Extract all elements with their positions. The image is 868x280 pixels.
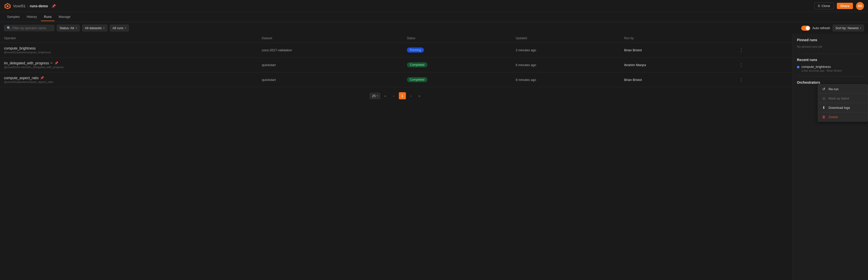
breadcrumb-separator: › bbox=[27, 4, 28, 8]
right-sidebar: Pinned runs No pinned runs yet Recent ru… bbox=[793, 34, 868, 280]
prev-page-button[interactable]: ‹ bbox=[390, 92, 397, 99]
edit-icon: ✏ bbox=[51, 61, 53, 65]
clone-button[interactable]: ⎘ Clone bbox=[814, 2, 834, 9]
context-menu-delete[interactable]: 🗑 Delete bbox=[818, 112, 868, 121]
col-header-run-by: Run by bbox=[620, 34, 733, 43]
header-actions: ⎘ Clone Share BB bbox=[814, 2, 864, 10]
nav-tabs: Samples History Runs Manage bbox=[0, 12, 868, 22]
status-cell: Completed bbox=[403, 73, 512, 87]
table-row: compute_aspect_ratio 📌 @voxel51/panels/c… bbox=[0, 73, 793, 87]
tab-runs[interactable]: Runs bbox=[41, 13, 55, 21]
updated-value: 6 minutes ago bbox=[516, 63, 536, 67]
page-size-select[interactable]: 25 ▾ bbox=[370, 93, 380, 99]
dataset-filter-label: All datasets bbox=[85, 26, 102, 30]
recent-run-name[interactable]: compute_brightness bbox=[801, 65, 842, 68]
rerun-label: Re-run bbox=[829, 87, 839, 91]
auto-refresh-wrapper: Auto refresh bbox=[801, 26, 830, 31]
orchestrators-section: Orchestrators bbox=[797, 80, 864, 84]
sort-chevron-icon: ▾ bbox=[860, 27, 861, 29]
recent-run-item: compute_brightness a few seconds ago · B… bbox=[797, 65, 864, 72]
project-pin-icon[interactable]: 📌 bbox=[52, 4, 56, 8]
col-header-status: Status bbox=[403, 34, 512, 43]
updated-value: 8 minutes ago bbox=[516, 78, 536, 82]
runs-filter-button[interactable]: All runs ▾ bbox=[110, 25, 129, 31]
col-header-operator: Operator bbox=[0, 34, 258, 43]
recent-run-info: compute_brightness a few seconds ago · B… bbox=[801, 65, 842, 72]
actions-cell: ⋮ bbox=[733, 43, 793, 58]
dataset-value: quickstart bbox=[262, 63, 276, 67]
org-name[interactable]: Voxel51 bbox=[13, 4, 26, 8]
tab-samples[interactable]: Samples bbox=[4, 13, 23, 21]
download-logs-label: Download logs bbox=[829, 106, 850, 110]
runs-filter-chevron-icon: ▾ bbox=[125, 27, 126, 29]
operator-name: compute_aspect_ratio 📌 bbox=[4, 76, 254, 80]
mark-failed-icon: ◎ bbox=[822, 96, 826, 100]
context-menu-mark-failed[interactable]: ◎ Mark as failed bbox=[818, 94, 868, 103]
next-page-button[interactable]: › bbox=[407, 92, 414, 99]
run-status-dot bbox=[797, 66, 800, 68]
page-number-button[interactable]: 1 bbox=[399, 92, 406, 99]
status-filter-button[interactable]: Status: All ▾ bbox=[57, 25, 80, 31]
updated-cell: 6 minutes ago bbox=[512, 58, 620, 73]
context-menu: ↺ Re-run ◎ Mark as failed ⬇ Download log… bbox=[818, 84, 868, 122]
row-menu-button[interactable]: ⋮ bbox=[737, 76, 745, 83]
status-filter-chevron-icon: ▾ bbox=[75, 27, 77, 29]
status-filter-label: Status: All bbox=[60, 26, 74, 30]
col-header-actions bbox=[733, 34, 793, 43]
tab-history[interactable]: History bbox=[24, 13, 40, 21]
tab-manage[interactable]: Manage bbox=[56, 13, 73, 21]
project-name[interactable]: runs-demo bbox=[30, 4, 48, 8]
operator-cell: im_delegated_with_progress ✏ 📌 @voxel51/… bbox=[0, 58, 258, 73]
operator-path: @voxel51/panels/compute_brightness bbox=[4, 51, 254, 54]
runs-filter-label: All runs bbox=[113, 26, 123, 30]
table-header-row: Operator Dataset Status Updated Run by bbox=[0, 34, 793, 43]
clone-label: Clone bbox=[822, 4, 830, 8]
operator-cell: compute_aspect_ratio 📌 @voxel51/panels/c… bbox=[0, 73, 258, 87]
context-menu-rerun[interactable]: ↺ Re-run bbox=[818, 84, 868, 93]
row-menu-button[interactable]: ⋮ bbox=[737, 62, 745, 68]
search-input[interactable] bbox=[12, 26, 52, 30]
operator-name: compute_brightness bbox=[4, 46, 254, 50]
auto-refresh-label: Auto refresh bbox=[812, 26, 830, 30]
context-menu-download-logs[interactable]: ⬇ Download logs bbox=[818, 103, 868, 112]
row-menu-button[interactable]: ⋮ bbox=[737, 47, 745, 53]
avatar[interactable]: BB bbox=[856, 2, 864, 10]
operator-path: @voxel51/im-micro/im_delegated_with_prog… bbox=[4, 65, 254, 68]
status-cell: Running bbox=[403, 43, 512, 58]
delete-label: Delete bbox=[829, 115, 838, 119]
search-wrapper: 🔍 bbox=[4, 25, 54, 31]
first-page-button[interactable]: « bbox=[382, 92, 389, 99]
status-badge: Completed bbox=[407, 77, 428, 82]
share-button[interactable]: Share bbox=[837, 3, 853, 9]
pagination: 25 ▾ « ‹ 1 › » bbox=[0, 87, 793, 104]
sort-button[interactable]: Sort by: Newest ▾ bbox=[833, 25, 864, 31]
page-size-chevron-icon: ▾ bbox=[377, 94, 378, 97]
recent-runs-title: Recent runs bbox=[797, 58, 864, 62]
auto-refresh-toggle[interactable] bbox=[801, 26, 810, 31]
toolbar: 🔍 Status: All ▾ All datasets ▾ All runs … bbox=[0, 22, 868, 34]
clone-icon: ⎘ bbox=[818, 4, 820, 8]
updated-cell: 8 minutes ago bbox=[512, 73, 620, 87]
sort-label: Sort by: Newest bbox=[835, 26, 859, 30]
voxel51-logo-icon bbox=[4, 2, 11, 9]
last-page-button[interactable]: » bbox=[416, 92, 423, 99]
pinned-runs-title: Pinned runs bbox=[797, 38, 864, 42]
app-header: Voxel51 › runs-demo 📌 ⎘ Clone Share BB bbox=[0, 0, 868, 12]
operator-cell: compute_brightness @voxel51/panels/compu… bbox=[0, 43, 258, 58]
breadcrumb: Voxel51 › runs-demo 📌 bbox=[13, 4, 56, 8]
updated-value: 2 minutes ago bbox=[516, 48, 536, 52]
run-by-cell: Brian Bristol bbox=[620, 73, 733, 87]
col-header-updated: Updated bbox=[512, 34, 620, 43]
dataset-filter-button[interactable]: All datasets ▾ bbox=[82, 25, 107, 31]
updated-cell: 2 minutes ago bbox=[512, 43, 620, 58]
page-size-value: 25 bbox=[372, 94, 375, 98]
main-layout: Operator Dataset Status Updated Run by c… bbox=[0, 34, 868, 280]
table-area: Operator Dataset Status Updated Run by c… bbox=[0, 34, 793, 280]
status-badge: Completed bbox=[407, 62, 428, 67]
no-pinned-text: No pinned runs yet bbox=[797, 45, 864, 49]
run-by-value: Brian Bristol bbox=[624, 78, 642, 82]
actions-cell: ⋮ bbox=[733, 73, 793, 87]
status-cell: Completed bbox=[403, 58, 512, 73]
recent-run-meta: a few seconds ago · Brian Bristol bbox=[801, 69, 842, 72]
dataset-cell: quickstart bbox=[258, 58, 403, 73]
